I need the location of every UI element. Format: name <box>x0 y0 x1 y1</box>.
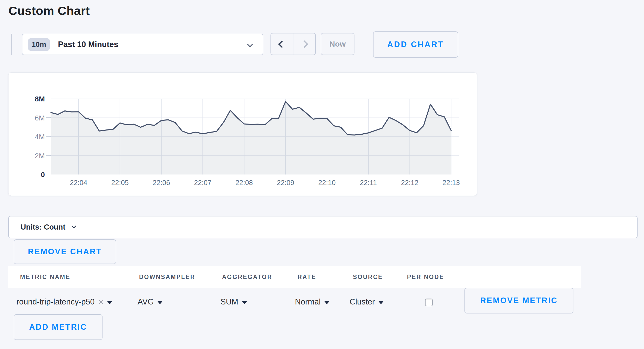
svg-text:22:12: 22:12 <box>401 179 419 187</box>
svg-text:2M: 2M <box>35 152 45 160</box>
column-header-metric-name: METRIC NAME <box>20 273 70 280</box>
svg-text:22:07: 22:07 <box>194 179 211 187</box>
metric-name-select[interactable]: round-trip-latency-p50 × <box>16 294 113 309</box>
toolbar-divider <box>11 34 12 55</box>
caret-down-icon <box>242 301 247 304</box>
column-header-per-node: PER NODE <box>407 273 444 280</box>
add-chart-button[interactable]: ADD CHART <box>373 31 458 58</box>
time-range-select[interactable]: 10m Past 10 Minutes <box>22 34 263 55</box>
caret-down-icon <box>378 301 384 304</box>
metrics-table-header: METRIC NAME DOWNSAMPLER AGGREGATOR RATE … <box>8 266 581 288</box>
rate-value: Normal <box>295 297 321 307</box>
svg-text:22:13: 22:13 <box>443 179 460 187</box>
downsampler-value: AVG <box>138 297 154 307</box>
prev-time-button[interactable] <box>271 33 293 55</box>
caret-down-icon <box>107 301 113 304</box>
svg-text:22:10: 22:10 <box>318 179 336 187</box>
column-header-downsampler: DOWNSAMPLER <box>139 273 195 280</box>
svg-text:4M: 4M <box>35 133 45 141</box>
source-select[interactable]: Cluster <box>350 294 384 309</box>
caret-down-icon <box>324 301 330 304</box>
aggregator-value: SUM <box>221 297 238 307</box>
svg-text:22:06: 22:06 <box>153 179 170 187</box>
svg-text:8M: 8M <box>35 95 45 103</box>
time-step-buttons <box>270 33 316 55</box>
svg-text:22:11: 22:11 <box>360 179 377 187</box>
remove-chart-button[interactable]: REMOVE CHART <box>14 239 116 264</box>
remove-metric-button[interactable]: REMOVE METRIC <box>464 288 573 313</box>
source-value: Cluster <box>350 297 375 307</box>
metric-area-chart: 02M4M6M8M22:0422:0522:0622:0722:0822:092… <box>9 73 477 196</box>
svg-text:6M: 6M <box>35 114 45 122</box>
page-title: Custom Chart <box>9 4 90 18</box>
svg-text:0: 0 <box>41 171 45 179</box>
next-time-button[interactable] <box>293 33 315 55</box>
column-header-source: SOURCE <box>353 273 383 280</box>
metric-name-value: round-trip-latency-p50 <box>16 297 95 307</box>
svg-text:22:08: 22:08 <box>235 179 253 187</box>
chevron-down-icon <box>247 42 253 47</box>
rate-select[interactable]: Normal <box>295 294 330 309</box>
custom-chart-page: Custom Chart 10m Past 10 Minutes Now ADD… <box>0 0 644 349</box>
caret-down-icon <box>157 301 163 304</box>
column-header-aggregator: AGGREGATOR <box>222 273 272 280</box>
now-button[interactable]: Now <box>321 33 354 55</box>
clear-metric-icon[interactable]: × <box>98 297 104 307</box>
chevron-left-icon <box>278 40 286 48</box>
chevron-right-icon <box>301 40 308 48</box>
units-select[interactable]: Units: Count <box>8 216 638 238</box>
per-node-checkbox[interactable] <box>425 299 433 306</box>
svg-text:22:05: 22:05 <box>111 179 129 187</box>
chevron-down-icon <box>71 224 76 228</box>
units-label: Units: Count <box>21 223 65 231</box>
add-metric-button[interactable]: ADD METRIC <box>14 314 103 340</box>
svg-text:22:09: 22:09 <box>277 179 294 187</box>
column-header-rate: RATE <box>298 273 316 280</box>
svg-text:22:04: 22:04 <box>70 179 87 187</box>
downsampler-select[interactable]: AVG <box>138 294 163 309</box>
time-range-badge: 10m <box>28 38 50 51</box>
aggregator-select[interactable]: SUM <box>221 294 247 309</box>
time-range-label: Past 10 Minutes <box>58 40 118 49</box>
chart-card: 02M4M6M8M22:0422:0522:0622:0722:0822:092… <box>8 72 477 196</box>
